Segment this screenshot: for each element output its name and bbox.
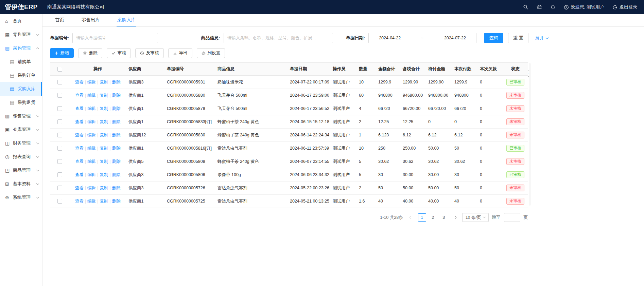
row-action-delete[interactable]: 删除	[112, 119, 120, 124]
row-action-view[interactable]: 查看	[75, 199, 84, 204]
select-all-checkbox[interactable]	[57, 67, 62, 72]
row-action-view[interactable]: 查看	[75, 172, 84, 177]
audit-button[interactable]: 审核	[107, 48, 131, 58]
row-action-copy[interactable]: 复制	[100, 80, 108, 84]
welcome-user[interactable]: 欢迎您, 测试用户	[564, 4, 604, 10]
page-button-2[interactable]: 2	[429, 213, 437, 222]
page-button-3[interactable]: 3	[440, 213, 448, 222]
unaudit-button[interactable]: 反审核	[135, 48, 164, 58]
row-checkbox[interactable]	[57, 146, 62, 151]
row-action-view[interactable]: 查看	[75, 186, 84, 190]
doc-icon: ▤	[10, 100, 15, 105]
row-action-copy[interactable]: 复制	[100, 133, 108, 137]
row-action-delete[interactable]: 删除	[112, 199, 120, 204]
date-to[interactable]: 2024-07-22	[444, 36, 466, 40]
sidebar-item-home[interactable]: ⌂首页	[0, 14, 42, 28]
sidebar-item-warehouse[interactable]: ▣仓库管理	[0, 123, 42, 136]
product-info-input[interactable]	[224, 33, 333, 43]
row-action-edit[interactable]: 编辑	[87, 172, 96, 177]
row-action-edit[interactable]: 编辑	[87, 93, 96, 98]
row-action-delete[interactable]: 删除	[112, 159, 120, 164]
sidebar-item-purchase[interactable]: ▤采购管理	[0, 41, 42, 55]
sidebar-item-purchase-request[interactable]: ▤请购单	[0, 55, 42, 69]
row-action-copy[interactable]: 复制	[100, 159, 108, 164]
sidebar-item-retail[interactable]: ▦零售管理	[0, 28, 42, 41]
tab-home[interactable]: 首页	[54, 14, 65, 26]
row-action-view[interactable]: 查看	[75, 146, 84, 151]
bank-icon[interactable]	[537, 4, 542, 10]
cell-status: 已审核	[503, 76, 528, 89]
bill-no-input[interactable]	[72, 33, 158, 43]
row-action-view[interactable]: 查看	[75, 119, 84, 124]
tab-purchase-inbound[interactable]: 采购入库	[117, 14, 136, 26]
next-page-button[interactable]	[451, 213, 459, 222]
date-range-picker[interactable]: 2024-04-22 ~ 2024-07-22	[368, 33, 476, 43]
date-from[interactable]: 2024-04-22	[379, 36, 401, 40]
row-action-delete[interactable]: 删除	[112, 133, 120, 137]
row-action-edit[interactable]: 编辑	[87, 186, 96, 190]
sidebar-item-product[interactable]: ◳商品管理	[0, 164, 42, 177]
row-action-edit[interactable]: 编辑	[87, 119, 96, 124]
bell-icon[interactable]	[550, 4, 556, 10]
sidebar-item-purchase-order[interactable]: ▤采购订单	[0, 69, 42, 82]
row-action-delete[interactable]: 删除	[112, 106, 120, 111]
row-action-view[interactable]: 查看	[75, 80, 84, 84]
row-action-delete[interactable]: 删除	[112, 172, 120, 177]
page-size-select[interactable]: 10 条/页	[462, 213, 489, 222]
table-row: 查看|编辑|复制|删除供应商5CGRK00000005808蜂蜜柚子茶 240g…	[50, 155, 528, 168]
row-checkbox[interactable]	[57, 133, 62, 137]
row-checkbox[interactable]	[57, 199, 62, 204]
row-checkbox[interactable]	[57, 119, 62, 124]
row-checkbox[interactable]	[57, 159, 62, 164]
add-button[interactable]: 新增	[50, 48, 74, 58]
row-action-edit[interactable]: 编辑	[87, 80, 96, 84]
row-action-copy[interactable]: 复制	[100, 146, 108, 151]
row-action-delete[interactable]: 删除	[112, 146, 120, 151]
row-action-edit[interactable]: 编辑	[87, 146, 96, 151]
export-button[interactable]: 导出	[168, 48, 192, 58]
row-checkbox[interactable]	[57, 93, 62, 98]
search-button[interactable]: 查询	[484, 33, 503, 43]
sidebar-item-finance[interactable]: ◫财务管理	[0, 136, 42, 150]
row-action-delete[interactable]: 删除	[112, 93, 120, 98]
row-action-copy[interactable]: 复制	[100, 186, 108, 190]
row-checkbox[interactable]	[57, 106, 62, 111]
row-action-delete[interactable]: 删除	[112, 80, 120, 84]
prev-page-button[interactable]	[407, 213, 415, 222]
row-action-copy[interactable]: 复制	[100, 93, 108, 98]
row-action-view[interactable]: 查看	[75, 159, 84, 164]
sidebar-item-report[interactable]: ◷报表查询	[0, 150, 42, 164]
row-action-edit[interactable]: 编辑	[87, 133, 96, 137]
sidebar-item-purchase-return[interactable]: ▤采购退货	[0, 96, 42, 109]
row-action-view[interactable]: 查看	[75, 106, 84, 111]
sidebar-item-purchase-inbound[interactable]: ▤采购入库	[0, 82, 42, 96]
reset-button[interactable]: 重 置	[508, 33, 528, 43]
row-action-edit[interactable]: 编辑	[87, 159, 96, 164]
row-action-delete[interactable]: 删除	[112, 186, 120, 190]
column-settings-button[interactable]: 列设置	[197, 48, 225, 58]
sidebar-item-sales[interactable]: ▥销售管理	[0, 109, 42, 123]
row-action-edit[interactable]: 编辑	[87, 106, 96, 111]
row-action-copy[interactable]: 复制	[100, 106, 108, 111]
sidebar-item-system[interactable]: ⊛系统管理	[0, 191, 42, 204]
cell-paid: 6.12	[452, 129, 477, 142]
row-action-view[interactable]: 查看	[75, 93, 84, 98]
row-checkbox[interactable]	[57, 186, 62, 190]
row-action-edit[interactable]: 编辑	[87, 199, 96, 204]
row-checkbox[interactable]	[57, 172, 62, 177]
sidebar-item-basic[interactable]: ⊞基本资料	[0, 177, 42, 191]
table-scrollbar[interactable]	[529, 63, 531, 206]
row-action-copy[interactable]: 复制	[100, 172, 108, 177]
row-action-copy[interactable]: 复制	[100, 119, 108, 124]
row-action-view[interactable]: 查看	[75, 133, 84, 137]
delete-button[interactable]: 删除	[78, 48, 102, 58]
row-action-copy[interactable]: 复制	[100, 199, 108, 204]
tab-retail-outbound[interactable]: 零售出库	[81, 14, 101, 26]
expand-filters-link[interactable]: 展开	[535, 35, 548, 41]
search-icon[interactable]	[523, 4, 528, 10]
page-button-1[interactable]: 1	[418, 213, 426, 222]
logout-button[interactable]: 退出登录	[612, 4, 637, 10]
row-checkbox[interactable]	[57, 80, 62, 84]
cell-supplier: 供应商3	[126, 76, 164, 89]
jump-page-input[interactable]	[504, 213, 520, 222]
